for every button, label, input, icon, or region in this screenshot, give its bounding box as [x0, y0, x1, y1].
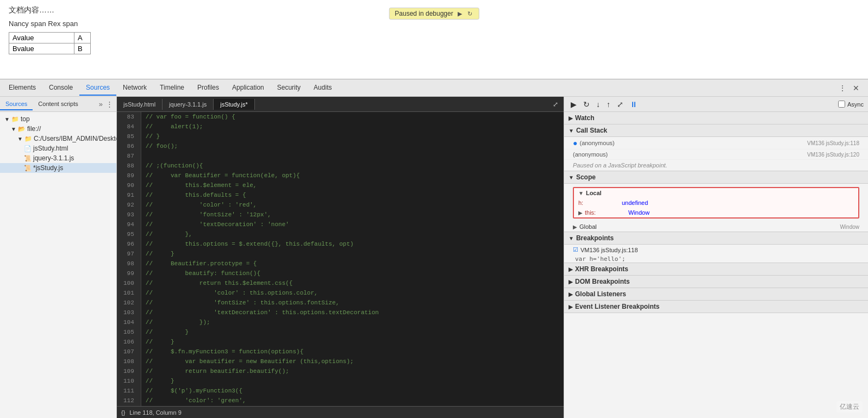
sources-tab[interactable]: Sources	[0, 98, 33, 110]
ln-107: 107	[121, 347, 136, 357]
ln-98: 98	[121, 259, 136, 269]
ln-104: 104	[121, 317, 136, 327]
tree-item-jsstudyjs[interactable]: 📜 *jsStudy.js	[0, 163, 116, 173]
tab-sources[interactable]: Sources	[79, 80, 116, 96]
editor-tab-js[interactable]: jsStudy.js*	[214, 99, 255, 110]
scope-content: ▼ Local h: undefined ▶ this: Window	[564, 184, 868, 232]
breakpoint-item-1: ☑ VM136 jsStudy.js:118	[564, 245, 868, 255]
call-stack-content: ● (anonymous) VM136 jsStudy.js:118 (anon…	[564, 137, 868, 171]
resume-button[interactable]: ▶	[457, 10, 463, 17]
table-row: Bvalue B	[9, 43, 91, 54]
code-line-105: // }	[146, 327, 559, 337]
tree-item-top[interactable]: ▼ 📁 top	[0, 114, 116, 124]
tab-profiles[interactable]: Profiles	[191, 80, 226, 96]
close-devtools-button[interactable]: ✕	[851, 83, 861, 93]
code-line-85: // }	[146, 132, 559, 141]
tree-item-jsstudyhtml[interactable]: 📄 jsStudy.html	[0, 144, 116, 153]
scope-this-row[interactable]: ▶ this: Window	[574, 208, 858, 217]
local-scope-header[interactable]: ▼ Local	[574, 188, 858, 198]
ln-113: 113	[121, 405, 136, 406]
page-names: Nancy span Rex span	[9, 20, 859, 28]
step-out-button[interactable]: ↑	[604, 99, 613, 110]
scope-header[interactable]: ▼ Scope	[564, 171, 868, 184]
step-button[interactable]: ↻	[466, 10, 473, 17]
more-icon[interactable]: ⋮	[105, 99, 114, 109]
editor-tab-jquery[interactable]: jquery-3.1.1.js	[163, 99, 214, 110]
folder-icon: 📁	[24, 135, 32, 142]
tree-item-jquery[interactable]: 📜 jquery-3.1.1.js	[0, 153, 116, 163]
resume-script-button[interactable]: ▶	[569, 99, 579, 110]
event-listener-breakpoints-header[interactable]: ▶ Event Listener Breakpoints	[564, 301, 868, 313]
tree-label-path: C:/Users/IBM_ADMIN/Desktop/...	[34, 135, 116, 142]
call-stack-row-2[interactable]: (anonymous) VM136 jsStudy.js:120	[564, 149, 868, 160]
arrow-icon: ▼	[4, 116, 10, 122]
async-checkbox[interactable]	[838, 101, 845, 108]
bvalue-cell: B	[74, 43, 91, 54]
debugger-banner: Paused in debugger ▶ ↻	[389, 8, 479, 20]
tree-label-jquery: jquery-3.1.1.js	[33, 154, 74, 162]
breakpoints-label: Breakpoints	[576, 234, 614, 242]
more-options-button[interactable]: ⋮	[836, 83, 848, 93]
paused-message: Paused on a JavaScript breakpoint.	[564, 160, 868, 171]
code-line-113: // 'fontSize' : '30px'	[146, 405, 559, 406]
ln-106: 106	[121, 337, 136, 347]
code-line-101: // 'color' : this.options.color,	[146, 288, 559, 298]
tab-elements[interactable]: Elements	[2, 80, 42, 96]
watch-header[interactable]: ▶ Watch	[564, 112, 868, 124]
xhr-breakpoints-header[interactable]: ▶ XHR Breakpoints	[564, 263, 868, 276]
bvalue-label: Bvalue	[9, 43, 74, 54]
editor-expand-btn[interactable]: ⤢	[551, 99, 560, 109]
watermark: 亿速云	[836, 401, 863, 413]
content-scripts-tab[interactable]: Content scripts	[33, 98, 83, 110]
ln-88: 88	[121, 161, 136, 171]
deactivate-breakpoints-button[interactable]: ⤢	[615, 99, 626, 110]
debugger-toolbar: ▶ ↻ ↓ ↑ ⤢ ⏸ Async	[564, 97, 868, 112]
tab-console[interactable]: Console	[42, 80, 79, 96]
async-label[interactable]: Async	[847, 101, 864, 108]
ln-91: 91	[121, 190, 136, 200]
left-panel-tabs: Sources Content scripts » ⋮	[0, 97, 116, 112]
xhr-breakpoints-label: XHR Breakpoints	[575, 265, 628, 273]
code-lines: // var foo = function() { // alert(1); /…	[141, 112, 564, 406]
tab-security[interactable]: Security	[271, 80, 307, 96]
tree-item-path[interactable]: ▼ 📁 C:/Users/IBM_ADMIN/Desktop/...	[0, 134, 116, 144]
global-value: Window	[840, 224, 859, 230]
code-area[interactable]: 83 84 85 86 87 88 89 90 91 92 93 94 95 9…	[117, 112, 564, 406]
global-listeners-arrow-icon: ▶	[569, 291, 573, 297]
code-line-98: // Beautifier.prototype = {	[146, 259, 559, 269]
pause-on-exceptions-button[interactable]: ⏸	[628, 99, 640, 110]
global-listeners-header[interactable]: ▶ Global Listeners	[564, 288, 868, 301]
code-line-94: // 'textDecoration' : 'none'	[146, 220, 559, 229]
code-line-102: // 'fontSize' : this.options.fontSize,	[146, 298, 559, 308]
devtools-icons-right: ⋮ ✕	[836, 83, 866, 93]
async-checkbox-container: Async	[838, 101, 864, 108]
code-line-99: // beautify: function(){	[146, 269, 559, 278]
ln-111: 111	[121, 386, 136, 396]
tab-audits[interactable]: Audits	[307, 80, 338, 96]
step-into-button[interactable]: ↓	[594, 99, 602, 110]
global-scope-row[interactable]: ▶ Global Window	[564, 222, 868, 232]
ln-101: 101	[121, 288, 136, 298]
chevron-right-icon[interactable]: »	[98, 99, 104, 109]
tree-item-file[interactable]: ▼ 📂 file://	[0, 124, 116, 134]
breakpoints-header[interactable]: ▼ Breakpoints	[564, 232, 868, 245]
code-line-84: // alert(1);	[146, 122, 559, 132]
editor-tab-html[interactable]: jsStudy.html	[117, 99, 163, 110]
ln-95: 95	[121, 229, 136, 239]
breakpoints-arrow-icon: ▼	[569, 235, 574, 241]
ln-112: 112	[121, 396, 136, 405]
breakpoint-location: VM136 jsStudy.js:118	[580, 247, 638, 253]
code-line-106: // }	[146, 337, 559, 347]
editor-tabs: jsStudy.html jquery-3.1.1.js jsStudy.js*…	[117, 97, 564, 112]
tab-timeline[interactable]: Timeline	[153, 80, 191, 96]
dom-breakpoints-label: DOM Breakpoints	[575, 278, 630, 285]
tab-application[interactable]: Application	[226, 80, 271, 96]
code-line-87	[146, 151, 559, 161]
dom-arrow-icon: ▶	[569, 279, 573, 285]
tab-network[interactable]: Network	[116, 80, 153, 96]
file-icon: 📜	[24, 155, 32, 162]
call-stack-header[interactable]: ▼ Call Stack	[564, 124, 868, 137]
call-stack-row-1[interactable]: ● (anonymous) VM136 jsStudy.js:118	[564, 137, 868, 149]
dom-breakpoints-header[interactable]: ▶ DOM Breakpoints	[564, 276, 868, 288]
step-over-button[interactable]: ↻	[581, 99, 592, 110]
